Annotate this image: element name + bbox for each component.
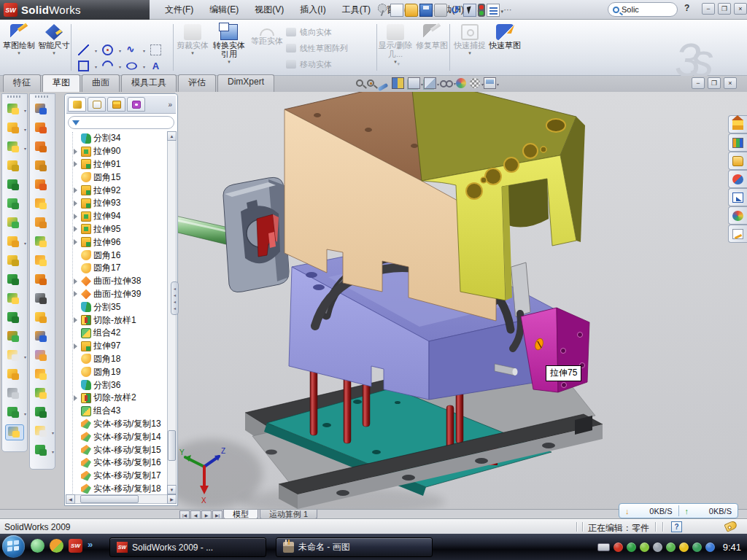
menu-编辑(E)[interactable]: 编辑(E) (201, 2, 247, 18)
panel-overflow-button[interactable]: » (168, 101, 174, 109)
left-toolbar-1-icon-15[interactable] (5, 368, 24, 384)
section-view-icon[interactable] (392, 77, 404, 89)
expand-arrow-icon[interactable] (73, 317, 79, 323)
tab-nav-2[interactable]: ▶ (201, 510, 212, 519)
status-help-icon[interactable]: ? (671, 521, 682, 532)
left-toolbar-1-icon-9[interactable] (5, 254, 24, 270)
tree-item[interactable]: 拉伸92 (73, 184, 173, 197)
expand-arrow-icon[interactable] (73, 343, 79, 349)
chevron-icon[interactable]: » (88, 539, 93, 553)
tree-item[interactable]: 分割36 (73, 378, 173, 392)
left-toolbar-1-icon-14[interactable]: ▾ (5, 349, 24, 365)
left-toolbar-1-icon-10[interactable] (5, 273, 24, 289)
left-toolbar-2-icon-3[interactable] (33, 140, 52, 156)
circle-icon[interactable]: ▾ (98, 42, 123, 58)
panel-splitter[interactable]: ◂◂◂◂ (171, 281, 179, 315)
scroll-left-button[interactable]: ◀ (66, 494, 75, 504)
start-button[interactable] (2, 535, 25, 558)
tree-item[interactable]: 切除-放样1 (73, 314, 173, 327)
tree-item[interactable]: 拉伸90 (73, 145, 173, 158)
expand-arrow-icon[interactable] (73, 149, 79, 155)
tree-item[interactable]: 曲面-拉伸38 (73, 275, 173, 288)
left-toolbar-1-icon-17[interactable]: ▾ (5, 405, 24, 421)
design-library-icon[interactable] (728, 133, 747, 152)
left-toolbar-1-icon-2[interactable]: ▾ (5, 121, 24, 137)
scroll-up-button[interactable]: ▲ (167, 131, 177, 141)
tray-shield-green-icon[interactable] (627, 542, 636, 552)
open-file-icon[interactable]: ▾ (405, 4, 418, 17)
tree-item[interactable]: 分割35 (73, 300, 173, 314)
model-locator-block[interactable] (223, 177, 289, 292)
scroll-down-button[interactable]: ▼ (167, 485, 177, 494)
smart-dimension-button[interactable]: 智能尺寸▾ (36, 22, 71, 73)
ellipse-icon[interactable]: ▾ (123, 58, 147, 74)
tray-network-icon[interactable] (705, 542, 715, 552)
expand-arrow-icon[interactable] (73, 239, 79, 245)
spline-icon[interactable]: ∿▾ (123, 42, 147, 58)
clock[interactable]: 9:41 (723, 542, 741, 553)
doc-close-button[interactable]: × (724, 77, 737, 89)
tree-item[interactable]: 实体-移动/复制17 (73, 470, 173, 483)
keyboard-layout-icon[interactable] (597, 543, 610, 551)
scroll-thumb[interactable] (80, 495, 139, 503)
search-input[interactable]: Solic (608, 2, 678, 17)
tree-item[interactable]: 组合42 (73, 327, 173, 340)
doc-minimize-button[interactable]: − (692, 77, 705, 89)
tree-item[interactable]: 圆角19 (73, 365, 173, 378)
left-toolbar-2-icon-11[interactable] (33, 292, 52, 308)
view-palette-icon[interactable] (728, 188, 747, 206)
configurationmanager-tab[interactable] (107, 97, 125, 112)
expand-arrow-icon[interactable] (73, 279, 79, 284)
left-toolbar-1-icon-1[interactable]: ▾ (5, 102, 24, 118)
sketch-button[interactable]: 草图绘制▾ (1, 22, 36, 73)
left-toolbar-2-icon-17[interactable] (33, 405, 52, 421)
left-toolbar-2-icon-15[interactable] (33, 368, 52, 384)
tab-曲面[interactable]: 曲面 (82, 74, 120, 92)
left-toolbar-1-icon-6[interactable] (5, 197, 24, 213)
left-toolbar-1-icon-13[interactable] (5, 330, 24, 346)
left-toolbar-2-icon-8[interactable] (33, 235, 52, 251)
left-toolbar-2-icon-5[interactable] (33, 178, 52, 194)
tree-item[interactable]: 拉伸95 (73, 223, 173, 236)
restore-button[interactable]: ❐ (718, 3, 731, 15)
tab-nav-3[interactable]: ▶| (212, 510, 222, 519)
left-toolbar-2-icon-6[interactable] (33, 197, 52, 213)
left-toolbar-2-icon-7[interactable] (33, 216, 52, 232)
tree-item[interactable]: 实体-移动/复制13 (73, 418, 173, 431)
tray-badge-icon[interactable] (640, 542, 649, 552)
display-style-icon[interactable]: ▾ (424, 77, 436, 89)
propertymanager-tab[interactable] (88, 97, 106, 112)
pin-icon[interactable] (376, 4, 389, 17)
model-canvas[interactable]: Y Z X (175, 92, 747, 509)
doc-restore-button[interactable]: ❐ (708, 77, 721, 89)
expand-arrow-icon[interactable] (73, 291, 79, 297)
expand-arrow-icon[interactable] (73, 226, 79, 232)
select-icon[interactable]: ▾ (463, 4, 476, 17)
tree-item[interactable]: 实体-移动/复制14 (73, 430, 173, 443)
tree-item[interactable]: 实体-移动/复制16 (73, 456, 173, 470)
left-toolbar-2-icon-2[interactable] (33, 121, 52, 137)
left-toolbar-2-icon-14[interactable] (33, 349, 52, 365)
tab-nav-0[interactable]: |◀ (179, 510, 190, 519)
left-toolbar-2-icon-9[interactable] (33, 254, 52, 270)
tab-模具工具[interactable]: 模具工具 (121, 74, 177, 92)
text-icon[interactable]: A (147, 58, 171, 74)
menu-插入(I)[interactable]: 插入(I) (292, 2, 333, 18)
zoom-fit-icon[interactable] (356, 79, 363, 87)
tray-defender-icon[interactable] (692, 542, 702, 552)
scroll-thumb[interactable] (168, 430, 176, 461)
rectangle-icon[interactable]: ▾ (74, 58, 98, 74)
tray-security-red-icon[interactable] (614, 542, 623, 552)
tree-item[interactable]: 圆角17 (73, 262, 173, 275)
save-icon[interactable]: ▾ (419, 4, 433, 17)
tree-item[interactable]: 实体-移动/复制18 (73, 483, 173, 495)
resources-home-icon[interactable] (728, 115, 747, 133)
left-toolbar-1-icon-16[interactable] (5, 386, 24, 402)
tree-item[interactable]: 圆角16 (73, 249, 173, 262)
left-toolbar-1-icon-5[interactable] (5, 178, 24, 194)
left-toolbar-2-icon-1[interactable] (33, 102, 52, 118)
left-toolbar-1-icon-12[interactable] (5, 311, 24, 327)
doc-tab-模型[interactable]: 模型 (223, 510, 258, 519)
tree-item[interactable]: 拉伸94 (73, 210, 173, 223)
overflow-icon[interactable]: ⋯ (501, 4, 514, 17)
